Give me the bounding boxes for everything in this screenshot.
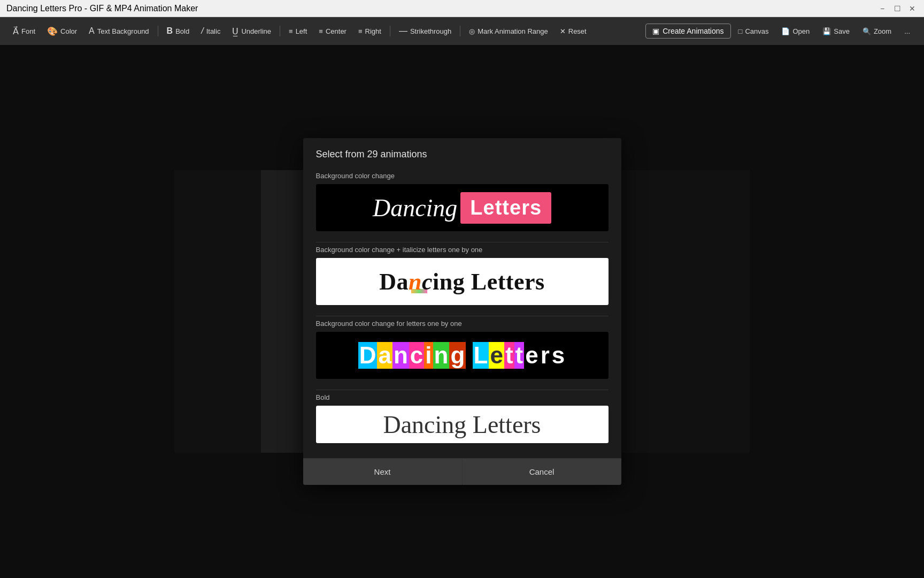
toolbar-underline[interactable]: U̲ Underline: [228, 24, 275, 39]
mark-icon: ◎: [469, 27, 475, 35]
preview-4-text: Dancing Letters: [383, 410, 541, 439]
reset-icon: ✕: [560, 27, 566, 35]
cl-space: [466, 342, 472, 369]
cl-a: a: [377, 342, 392, 369]
window-title: Dancing Letters Pro - GIF & MP4 Animatio…: [6, 4, 198, 13]
animation-preview-2[interactable]: Dancing Letters: [316, 258, 609, 305]
canvas-button[interactable]: □ Canvas: [733, 25, 774, 37]
toolbar: A⃗ Font 🎨 Color A Text Background B Bold…: [0, 17, 924, 45]
animation-section-3[interactable]: Background color change for letters one …: [316, 320, 609, 379]
toolbar-color[interactable]: 🎨 Color: [43, 24, 81, 39]
toolbar-strikethrough[interactable]: ― Strikethrough: [395, 24, 456, 38]
modal-title: Select from 29 animations: [316, 149, 427, 159]
separator-3: [390, 26, 390, 36]
title-bar: Dancing Letters Pro - GIF & MP4 Animatio…: [0, 0, 924, 17]
cl-c: c: [409, 342, 424, 369]
toolbar-align-center[interactable]: ≡ Center: [314, 25, 351, 37]
toolbar-italic[interactable]: / Italic: [197, 24, 225, 38]
toolbar-bold[interactable]: B Bold: [163, 24, 194, 38]
cancel-button[interactable]: Cancel: [463, 459, 621, 485]
align-center-icon: ≡: [319, 27, 323, 35]
cl-g: g: [449, 342, 466, 369]
toolbar-mark-range[interactable]: ◎ Mark Animation Range: [465, 25, 552, 37]
cl-n: n: [392, 342, 409, 369]
align-left-icon: ≡: [289, 27, 293, 35]
underline-icon: U̲: [232, 26, 238, 36]
toolbar-align-right[interactable]: ≡ Right: [354, 25, 386, 37]
animation-label-3: Background color change for letters one …: [316, 320, 609, 328]
create-icon: ▣: [652, 27, 659, 35]
open-icon: 📄: [781, 27, 790, 35]
restore-button[interactable]: ☐: [892, 3, 903, 14]
zoom-icon: 🔍: [863, 27, 871, 35]
align-right-icon: ≡: [358, 27, 363, 35]
save-button[interactable]: 💾 Save: [817, 25, 855, 37]
cl-t: t: [504, 342, 514, 369]
strikethrough-icon: ―: [399, 26, 407, 36]
preview-1-letters: Letters: [470, 196, 542, 219]
more-button[interactable]: ...: [899, 25, 915, 37]
canvas-icon: □: [738, 27, 743, 35]
italic-icon: /: [201, 26, 203, 36]
cl-t2: t: [514, 342, 525, 369]
cl-e: e: [489, 342, 504, 369]
animation-selection-modal: Select from 29 animations Background col…: [303, 138, 621, 485]
cl-e2: e: [524, 342, 539, 369]
next-button[interactable]: Next: [303, 459, 463, 485]
modal-footer: Next Cancel: [303, 458, 621, 485]
animation-section-1[interactable]: Background color change Dancing Letters: [316, 172, 609, 231]
zoom-button[interactable]: 🔍 Zoom: [857, 25, 897, 37]
animation-section-4[interactable]: Bold Dancing Letters: [316, 393, 609, 443]
create-animations-button[interactable]: ▣ Create Animations: [645, 24, 730, 39]
animation-preview-1[interactable]: Dancing Letters: [316, 184, 609, 231]
toolbar-right: ▣ Create Animations □ Canvas 📄 Open 💾 Sa…: [645, 24, 915, 39]
separator-1: [158, 26, 158, 36]
open-button[interactable]: 📄 Open: [776, 25, 815, 37]
toolbar-reset[interactable]: ✕ Reset: [556, 25, 591, 37]
window-controls: − ☐ ✕: [877, 3, 918, 14]
modal-overlay: Select from 29 animations Background col…: [0, 45, 924, 578]
cl-d: D: [358, 342, 378, 369]
font-icon: A⃗: [13, 26, 19, 36]
toolbar-font[interactable]: A⃗ Font: [9, 24, 40, 39]
separator-4: [460, 26, 460, 36]
animation-preview-4[interactable]: Dancing Letters: [316, 406, 609, 443]
animation-preview-3[interactable]: Dancing Letters: [316, 332, 609, 379]
preview-1-letters-box: Letters: [460, 192, 551, 224]
cl-l: L: [473, 342, 489, 369]
save-icon: 💾: [822, 27, 831, 35]
toolbar-text-background[interactable]: A Text Background: [84, 24, 153, 38]
animation-section-2[interactable]: Background color change + italicize lett…: [316, 246, 609, 305]
close-button[interactable]: ✕: [907, 3, 918, 14]
cl-r: r: [540, 342, 551, 369]
preview-2-text: Dancing Letters: [379, 269, 544, 295]
divider-2: [316, 316, 609, 316]
modal-header: Select from 29 animations: [303, 138, 621, 168]
color-icon: 🎨: [47, 26, 58, 36]
animation-label-2: Background color change + italicize lett…: [316, 246, 609, 254]
cl-n2: n: [433, 342, 450, 369]
toolbar-align-left[interactable]: ≡ Left: [284, 25, 311, 37]
divider-3: [316, 390, 609, 390]
bold-icon: B: [167, 26, 173, 36]
cl-s: s: [551, 342, 566, 369]
preview-1-dancing: Dancing: [373, 194, 457, 222]
main-area: Select from 29 animations Background col…: [0, 45, 924, 578]
separator-2: [280, 26, 280, 36]
animation-label-1: Background color change: [316, 172, 609, 180]
animation-label-4: Bold: [316, 393, 609, 401]
modal-body[interactable]: Background color change Dancing Letters …: [303, 168, 621, 458]
minimize-button[interactable]: −: [877, 3, 888, 14]
more-icon: ...: [904, 27, 910, 35]
cl-i: i: [424, 342, 433, 369]
divider-1: [316, 242, 609, 242]
text-bg-icon: A: [89, 26, 95, 36]
